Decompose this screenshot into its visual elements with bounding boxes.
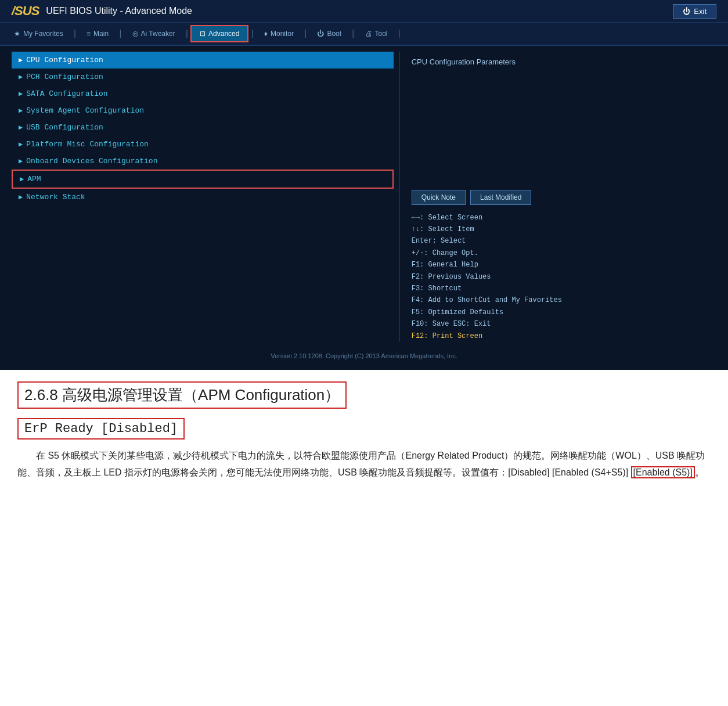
boot-icon: ⏻ bbox=[317, 30, 324, 38]
exit-button[interactable]: ⏻ Exit bbox=[673, 4, 716, 19]
nav-sep-6: | bbox=[349, 29, 356, 38]
menu-label-cpu: CPU Configuration bbox=[26, 56, 103, 64]
cpu-arrow-icon: ▶ bbox=[19, 56, 23, 64]
doc-section: 2.6.8 高级电源管理设置（APM Configuration） ErP Re… bbox=[0, 370, 728, 493]
shortcut-f4: F4: Add to ShortCut and My Favorites bbox=[412, 294, 716, 306]
menu-label-onboard-devices: Onboard Devices Configuration bbox=[26, 157, 157, 165]
panel-description: CPU Configuration Parameters bbox=[412, 52, 716, 190]
shortcut-change-opt: +/-: Change Opt. bbox=[412, 247, 716, 259]
nav-label-favorites: My Favorites bbox=[23, 30, 63, 38]
menu-label-usb: USB Configuration bbox=[26, 123, 103, 132]
onboard-arrow-icon: ▶ bbox=[19, 157, 23, 165]
nav-item-monitor[interactable]: ♦ Monitor bbox=[256, 26, 302, 41]
doc-title: 2.6.8 高级电源管理设置（APM Configuration） bbox=[17, 381, 347, 409]
pch-arrow-icon: ▶ bbox=[19, 73, 23, 81]
apm-arrow-icon: ▶ bbox=[20, 175, 24, 183]
nav-item-advanced[interactable]: ⊡ Advanced bbox=[190, 25, 248, 42]
main-icon: ≡ bbox=[87, 30, 91, 38]
menu-label-pch: PCH Configuration bbox=[26, 73, 103, 81]
shortcut-select-screen: ←→: Select Screen bbox=[412, 212, 716, 224]
shortcut-f1: F1: General Help bbox=[412, 259, 716, 271]
shortcut-f12: F12: Print Screen bbox=[412, 330, 716, 342]
shortcut-list: ←→: Select Screen ↑↓: Select Item Enter:… bbox=[412, 212, 716, 342]
bios-logo: /SUS UEFI BIOS Utility - Advanced Mode bbox=[12, 3, 192, 19]
nav-label-aitweaker: Ai Tweaker bbox=[141, 30, 175, 38]
asus-logo-text: /SUS bbox=[12, 3, 39, 19]
menu-item-sata[interactable]: ▶ SATA Configuration bbox=[12, 85, 394, 102]
menu-label-platform-misc: Platform Misc Configuration bbox=[26, 140, 149, 149]
nav-sep-2: | bbox=[117, 29, 124, 38]
favorites-icon: ★ bbox=[14, 30, 20, 38]
bios-version-text: Version 2.10.1208. Copyright (C) 2013 Am… bbox=[0, 348, 728, 364]
nav-sep-1: | bbox=[71, 29, 78, 38]
quick-note-button[interactable]: Quick Note bbox=[412, 190, 466, 205]
exit-label: Exit bbox=[694, 7, 707, 16]
menu-item-onboard-devices[interactable]: ▶ Onboard Devices Configuration bbox=[12, 153, 394, 170]
nav-sep-4: | bbox=[248, 29, 255, 38]
exit-icon: ⏻ bbox=[683, 7, 690, 16]
menu-label-apm: APM bbox=[27, 175, 41, 183]
nav-label-main: Main bbox=[93, 30, 109, 38]
left-menu-panel: ▶ CPU Configuration ▶ PCH Configuration … bbox=[12, 52, 399, 342]
shortcut-f2: F2: Previous Values bbox=[412, 271, 716, 283]
bios-container: /SUS UEFI BIOS Utility - Advanced Mode ⏻… bbox=[0, 0, 728, 370]
menu-item-usb[interactable]: ▶ USB Configuration bbox=[12, 119, 394, 136]
network-stack-arrow-icon: ▶ bbox=[19, 193, 23, 201]
menu-item-pch[interactable]: ▶ PCH Configuration bbox=[12, 69, 394, 85]
menu-item-platform-misc[interactable]: ▶ Platform Misc Configuration bbox=[12, 136, 394, 153]
doc-body-suffix: 。 bbox=[695, 467, 704, 477]
shortcut-f3: F3: Shortcut bbox=[412, 283, 716, 294]
menu-item-network-stack[interactable]: ▶ Network Stack bbox=[12, 189, 394, 206]
monitor-icon: ♦ bbox=[264, 30, 268, 38]
menu-item-cpu[interactable]: ▶ CPU Configuration bbox=[12, 52, 394, 69]
usb-arrow-icon: ▶ bbox=[19, 123, 23, 132]
doc-body-main: 在 S5 休眠模式下关闭某些电源，减少待机模式下电力的流失，以符合欧盟能源使用产… bbox=[17, 451, 705, 477]
doc-body: 在 S5 休眠模式下关闭某些电源，减少待机模式下电力的流失，以符合欧盟能源使用产… bbox=[17, 448, 711, 481]
shortcut-f5: F5: Optimized Defaults bbox=[412, 307, 716, 318]
nav-sep-5: | bbox=[302, 29, 309, 38]
tool-icon: 🖨 bbox=[365, 30, 372, 38]
sata-arrow-icon: ▶ bbox=[19, 89, 23, 98]
nav-item-main[interactable]: ≡ Main bbox=[78, 26, 117, 41]
shortcut-enter: Enter: Select bbox=[412, 235, 716, 247]
aitweaker-icon: ◎ bbox=[132, 30, 138, 38]
doc-subtitle: ErP Ready [Disabled] bbox=[17, 418, 185, 440]
menu-item-system-agent[interactable]: ▶ System Agent Configuration bbox=[12, 102, 394, 119]
bios-navigation: ★ My Favorites | ≡ Main | ◎ Ai Tweaker |… bbox=[0, 23, 728, 46]
menu-label-sata: SATA Configuration bbox=[26, 89, 107, 98]
platform-misc-arrow-icon: ▶ bbox=[19, 140, 23, 149]
advanced-icon: ⊡ bbox=[200, 30, 206, 38]
nav-item-favorites[interactable]: ★ My Favorites bbox=[6, 26, 71, 41]
quick-buttons-container: Quick Note Last Modified bbox=[412, 190, 716, 205]
nav-label-monitor: Monitor bbox=[271, 30, 294, 38]
nav-label-boot: Boot bbox=[327, 30, 341, 38]
bios-main-content: ▶ CPU Configuration ▶ PCH Configuration … bbox=[0, 46, 728, 348]
nav-label-advanced: Advanced bbox=[208, 30, 239, 38]
shortcut-select-item: ↑↓: Select Item bbox=[412, 224, 716, 235]
right-info-panel: CPU Configuration Parameters Quick Note … bbox=[399, 52, 716, 342]
nav-label-tool: Tool bbox=[375, 30, 388, 38]
nav-item-tool[interactable]: 🖨 Tool bbox=[357, 26, 396, 41]
shortcut-f10: F10: Save ESC: Exit bbox=[412, 318, 716, 330]
menu-label-system-agent: System Agent Configuration bbox=[26, 106, 144, 115]
nav-item-boot[interactable]: ⏻ Boot bbox=[309, 26, 349, 41]
doc-body-end: [Enabled (S5)] bbox=[631, 466, 695, 478]
menu-label-network-stack: Network Stack bbox=[26, 193, 85, 201]
nav-sep-3: | bbox=[183, 29, 190, 38]
bios-title: UEFI BIOS Utility - Advanced Mode bbox=[46, 6, 192, 16]
nav-sep-7: | bbox=[396, 29, 403, 38]
bios-header: /SUS UEFI BIOS Utility - Advanced Mode ⏻… bbox=[0, 0, 728, 23]
nav-item-aitweaker[interactable]: ◎ Ai Tweaker bbox=[124, 26, 183, 41]
system-agent-arrow-icon: ▶ bbox=[19, 106, 23, 115]
last-modified-button[interactable]: Last Modified bbox=[470, 190, 531, 205]
menu-item-apm[interactable]: ▶ APM bbox=[12, 170, 394, 189]
